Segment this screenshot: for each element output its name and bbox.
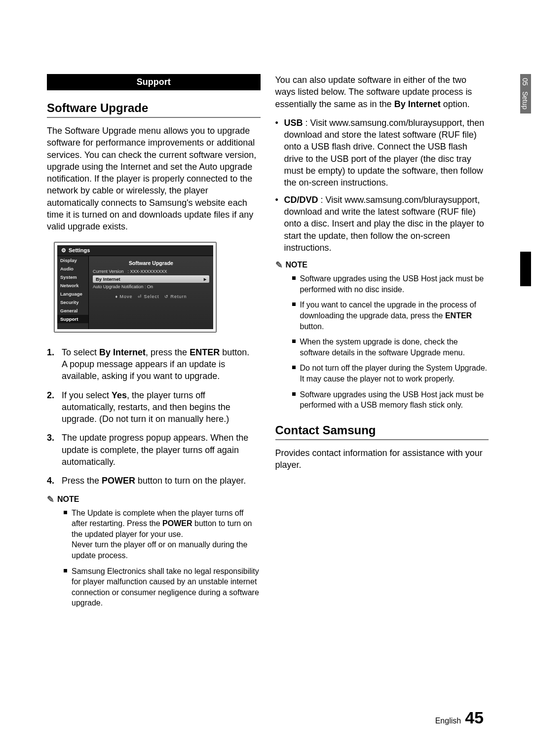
note-list: Software upgrades using the USB Host jac…: [275, 273, 489, 411]
step-item: Press the POWER button to turn on the pl…: [47, 475, 261, 487]
settings-screenshot: ⚙ Settings Display Audio System Network …: [54, 242, 217, 333]
tv-hint-move: Move: [119, 294, 132, 299]
upgrade-steps: To select By Internet, press the ENTER b…: [47, 346, 261, 487]
step-item: To select By Internet, press the ENTER b…: [47, 346, 261, 382]
t: button.: [220, 347, 249, 357]
t: USB: [284, 118, 303, 128]
step-item: The update progress popup appears. When …: [47, 432, 261, 468]
page-footer: English 45: [435, 708, 484, 727]
note-item: If you want to cancel the upgrade in the…: [292, 300, 489, 332]
note-item: The Update is complete when the player t…: [64, 508, 261, 561]
note-list: The Update is complete when the player t…: [47, 508, 261, 608]
tv-side-item: Security: [57, 298, 88, 306]
side-tab-marker: [520, 252, 531, 286]
note-label: NOTE: [286, 261, 307, 269]
software-upgrade-heading: Software Upgrade: [47, 101, 261, 115]
t: If you select: [62, 390, 112, 400]
t: Yes: [112, 390, 127, 400]
tv-auto-upgrade: Auto Upgrade Notification : On: [93, 284, 153, 289]
note-icon: ✎: [275, 260, 283, 270]
step-item: If you select Yes, the player turns off …: [47, 389, 261, 425]
t: A popup message appears if an update is …: [62, 359, 225, 381]
tv-current-version-label: Current Version: [93, 269, 124, 274]
support-section-bar: Support: [47, 74, 261, 90]
note-heading: ✎ NOTE: [47, 494, 261, 505]
bullet-cddvd: CD/DVD : Visit www.samsung.com/bluraysup…: [275, 194, 489, 254]
note-item: Samsung Electronics shall take no legal …: [64, 566, 261, 608]
t: Never turn the player off or on manually…: [72, 540, 247, 560]
note-heading: ✎ NOTE: [275, 260, 489, 270]
t: By Internet: [99, 347, 146, 357]
contact-text: Provides contact information for assista…: [275, 447, 489, 471]
tv-option-label: By Internet: [96, 276, 120, 282]
heading-rule: [47, 117, 261, 118]
t: ENTER: [445, 311, 472, 320]
note-item: Do not turn off the player during the Sy…: [292, 363, 489, 384]
bullet-usb: USB : Visit www.samsung.com/bluraysuppor…: [275, 117, 489, 189]
tv-current-version-value: : XXX-XXXXXXXXX: [128, 269, 167, 274]
right-intro: You can also update software in either o…: [275, 74, 489, 110]
note-item: Software upgrades using the USB Host jac…: [292, 389, 489, 411]
t: POWER: [102, 476, 135, 486]
t: button to turn on the player.: [135, 476, 246, 486]
t: option.: [441, 99, 470, 109]
contact-samsung-heading: Contact Samsung: [275, 423, 489, 437]
tv-side-item: Audio: [57, 265, 88, 273]
tv-side-item-selected: Support: [57, 315, 88, 323]
tv-hint-select: Select: [144, 294, 159, 299]
t: POWER: [162, 519, 192, 528]
heading-rule: [275, 439, 489, 440]
t: ENTER: [190, 347, 220, 357]
chapter-section: Setup: [521, 91, 529, 110]
chevron-right-icon: ▸: [204, 276, 206, 282]
tv-sidebar: Display Audio System Network Language Se…: [57, 256, 89, 329]
gear-icon: ⚙: [61, 247, 66, 254]
t: CD/DVD: [284, 195, 318, 205]
tv-side-item: System: [57, 273, 88, 281]
note-icon: ✎: [47, 494, 54, 505]
update-methods: USB : Visit www.samsung.com/bluraysuppor…: [275, 117, 489, 254]
tv-title-bar: ⚙ Settings: [57, 245, 213, 256]
note-item: When the system upgrade is done, check t…: [292, 337, 489, 358]
t: , press the: [146, 347, 190, 357]
footer-lang: English: [435, 717, 461, 725]
t: : Visit www.samsung.com/bluraysupport, t…: [284, 118, 485, 188]
tv-footer-hints: ♦ Move ⏎ Select ↺ Return: [93, 294, 209, 299]
page-number: 45: [465, 708, 484, 727]
chapter-number: 05: [521, 78, 529, 86]
tv-side-item: Language: [57, 290, 88, 298]
chapter-tab: 05 Setup: [520, 74, 531, 113]
software-upgrade-intro: The Software Upgrade menu allows you to …: [47, 125, 261, 233]
tv-title: Settings: [69, 247, 90, 253]
t: button.: [300, 322, 324, 331]
tv-main-panel: Software Upgrade Current Version : XXX-X…: [89, 256, 213, 329]
tv-side-item: General: [57, 306, 88, 315]
note-label: NOTE: [57, 495, 79, 504]
t: Press the: [62, 476, 102, 486]
note-item: Software upgrades using the USB Host jac…: [292, 273, 489, 295]
tv-panel-title: Software Upgrade: [93, 260, 209, 266]
tv-hint-return: Return: [171, 294, 187, 299]
tv-side-item: Display: [57, 256, 88, 265]
tv-side-item: Network: [57, 281, 88, 290]
tv-option-by-internet: By Internet ▸: [93, 275, 209, 283]
side-tab: 05 Setup: [518, 74, 533, 286]
t: By Internet: [394, 99, 441, 109]
t: To select: [62, 347, 99, 357]
